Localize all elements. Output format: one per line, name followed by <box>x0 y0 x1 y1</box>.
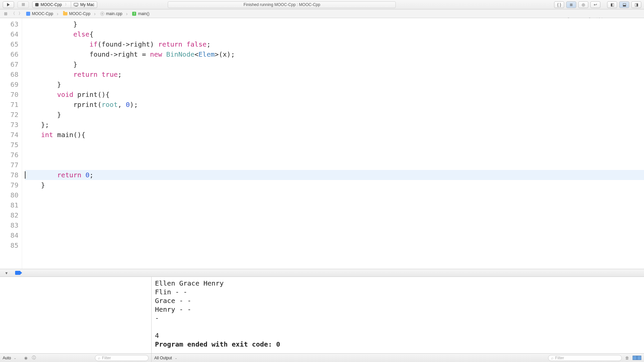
code-content[interactable]: } else{ if(found->right) return false; f… <box>22 18 644 269</box>
filter-placeholder: Filter <box>102 356 111 360</box>
clear-console-button[interactable]: 🗑 <box>625 356 630 360</box>
jumpbar-group-label: MOOC-Cpp <box>69 11 90 16</box>
destination-name: My Mac <box>80 2 94 7</box>
variables-scope-selector[interactable]: Auto ⌄ <box>3 356 16 360</box>
jumpbar-group[interactable]: MOOC-Cpp <box>61 11 98 16</box>
version-editor-button[interactable]: ↩ <box>590 1 600 8</box>
chevron-updown-icon: ⌄ <box>175 356 177 360</box>
related-items-button[interactable]: ⊞ <box>2 11 9 17</box>
quicklook-button[interactable]: ◉ <box>23 356 29 360</box>
stop-button[interactable] <box>17 1 29 8</box>
jumpbar-file[interactable]: c main.cpp <box>98 11 130 16</box>
search-icon: ⌕ <box>551 356 553 360</box>
toggle-console-pane[interactable] <box>637 356 641 360</box>
function-icon: f <box>132 12 136 16</box>
console-output-selector[interactable]: All Output ⌄ <box>154 356 177 360</box>
search-icon: ⌕ <box>98 356 100 360</box>
line-gutter: 6364656667686970717273747576777879808182… <box>0 18 22 269</box>
breakpoint-icon <box>15 271 20 275</box>
console-filter-input[interactable]: ⌕ Filter <box>548 355 622 361</box>
variables-filter-input[interactable]: ⌕ Filter <box>95 355 149 361</box>
chevron-updown-icon: ⌄ <box>14 356 16 360</box>
toggle-debug-area-button[interactable]: ⬓ <box>619 1 629 8</box>
hide-debug-button[interactable]: ▾ <box>3 270 10 276</box>
standard-editor-button[interactable]: ≣ <box>566 1 576 8</box>
play-icon <box>7 3 10 6</box>
folder-icon <box>63 12 67 15</box>
scheme-target-icon <box>35 3 39 6</box>
jumpbar-file-label: main.cpp <box>106 11 122 16</box>
nav-forward-button[interactable]: 〉 <box>17 11 24 17</box>
filter-placeholder: Filter <box>555 356 564 360</box>
output-label: All Output <box>154 356 172 360</box>
jumpbar-project-label: MOOC-Cpp <box>32 11 53 16</box>
chevron-right-icon: 〉 <box>65 2 68 7</box>
console-output[interactable]: Ellen Grace HenryFlin - -Grace - -Henry … <box>152 277 644 353</box>
scheme-name: MOOC-Cpp <box>41 2 62 7</box>
project-icon <box>26 12 30 16</box>
nav-back-button[interactable]: 〈 <box>9 11 17 17</box>
scheme-selector[interactable]: MOOC-Cpp 〉 My Mac <box>32 1 97 8</box>
mac-icon <box>74 3 78 6</box>
run-button[interactable] <box>3 1 14 8</box>
code-snippets-button[interactable]: { } <box>554 1 564 8</box>
activity-status: Finished running MOOC-Cpp : MOOC-Cpp <box>168 1 396 8</box>
variables-pane[interactable] <box>0 277 152 353</box>
stop-icon <box>22 3 25 6</box>
toggle-variables-pane[interactable] <box>633 356 637 360</box>
code-editor[interactable]: 6364656667686970717273747576777879808182… <box>0 18 644 269</box>
print-description-button[interactable]: ⓘ <box>31 356 37 360</box>
auto-label: Auto <box>3 356 11 360</box>
toggle-utilities-button[interactable]: ◨ <box>631 1 641 8</box>
cpp-file-icon: c <box>100 12 104 16</box>
jumpbar-symbol[interactable]: f main() <box>130 11 156 16</box>
toggle-panes-group <box>633 356 641 360</box>
toggle-navigator-button[interactable]: ◧ <box>607 1 617 8</box>
jumpbar-project[interactable]: MOOC-Cpp <box>24 11 61 16</box>
assistant-editor-button[interactable]: ◎ <box>578 1 588 8</box>
jumpbar-symbol-label: main() <box>138 11 149 16</box>
breakpoints-button[interactable] <box>14 270 21 276</box>
status-text: Finished running MOOC-Cpp : MOOC-Cpp <box>244 2 320 7</box>
